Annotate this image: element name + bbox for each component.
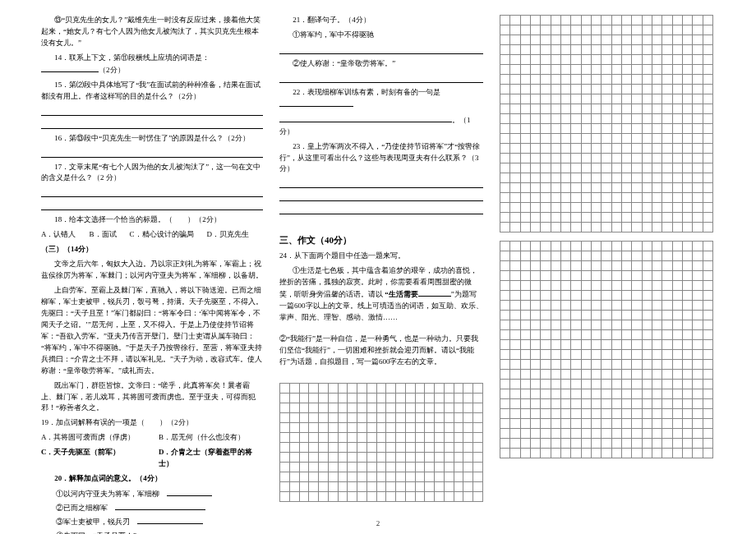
blank-q22a[interactable] xyxy=(279,99,353,107)
column-2: 21．翻译句子。（4分） ①将军约，军中不得驱驰 ②使人称谢：“皇帝敬劳将军。”… xyxy=(279,15,500,518)
q23: 23．皇上劳军两次不得入，“乃使使持节诏将军”才“按辔徐行”，从这里可看出什么？… xyxy=(279,141,483,176)
blank-topic1[interactable] xyxy=(418,288,451,297)
writing-grid-left[interactable] xyxy=(279,383,483,502)
column-3 xyxy=(500,15,713,518)
writing-grid-right-bottom[interactable] xyxy=(500,241,713,458)
passage-2: 上自劳军。至霸上及棘门军，直驰入，将以下骑送迎。已而之细柳军，军士吏被甲，锐兵刃… xyxy=(41,285,263,377)
section-3-label: （三）（14分） xyxy=(41,244,263,255)
answer-lines-q17[interactable] xyxy=(41,187,263,210)
q15: 15．第⑵段中具体地写了“我”在面试前的种种准备，结果在面试都没有用上。作者这样… xyxy=(41,80,263,103)
passage-3: 既出军门，群臣皆惊。文帝曰：“嗟乎，此真将军矣！曩者霸上、棘门军，若儿戏耳，其将… xyxy=(41,380,263,415)
answer-lines-q21a[interactable] xyxy=(279,44,483,54)
q21-2: ②使人称谢：“皇帝敬劳将军。” xyxy=(279,58,483,70)
section-composition-title: 三、作文（40分） xyxy=(279,233,483,247)
q18: 18．给本文选择一个恰当的标题。（ ）（2分） xyxy=(41,214,263,226)
q19-row1: A．其将固可袭而虏（俘虏） B．居无何（什么也没有） xyxy=(41,432,263,444)
q19: 19．加点词解释有误的一项是（ ）（2分） xyxy=(41,417,263,429)
topic-1: ①生活是七色板，其中蕴含着追梦的艰辛，成功的喜悦，挫折的苦痛，孤独的寂寞。此时，… xyxy=(279,265,483,324)
q21-1: ①将军约，军中不得驱驰 xyxy=(279,30,483,41)
answer-lines-q16[interactable] xyxy=(41,148,263,158)
answer-lines-q23[interactable] xyxy=(279,178,483,214)
para-13: ⑬“贝克先生的女儿？”戴维先生一时没有反应过来，接着他大笑起来，“她女儿？有七个… xyxy=(41,15,263,49)
q22: 22．表现细柳军训练有素，时刻有备的一句是 xyxy=(279,87,483,111)
q20-3: ③军士吏被甲，锐兵刃 xyxy=(41,516,263,528)
q19-row2: C．天子先驱至（前军） D．介胄之士（穿着盔甲的将士） xyxy=(41,447,263,470)
q14: 14．联系上下文，第⑪段横线上应填的词语是：（2分） xyxy=(41,53,263,76)
q20-1: ①以河内守亚夫为将军，军细柳 xyxy=(41,488,263,500)
q16: 16．第⑬段中“贝克先生一时愣住了”的原因是什么？（2分） xyxy=(41,133,263,145)
answer-lines-q21b[interactable] xyxy=(279,73,483,83)
blank-q14[interactable] xyxy=(41,64,99,72)
q18-options: A．认错人 B．面试 C．精心设计的骗局 D．贝克先生 xyxy=(41,229,263,241)
topic-2: ②“我能行”是一种自信，是一种勇气，也是一种动力。只要我们坚信“我能行”，一切困… xyxy=(279,334,483,368)
writing-grid-right-top[interactable] xyxy=(500,15,713,232)
blank-q22b[interactable] xyxy=(279,114,452,122)
q21: 21．翻译句子。（4分） xyxy=(279,15,483,26)
column-1: ⑬“贝克先生的女儿？”戴维先生一时没有反应过来，接着他大笑起来，“她女儿？有七个… xyxy=(41,15,279,518)
answer-lines-q15[interactable] xyxy=(41,106,263,129)
q20-2: ②已而之细柳军 xyxy=(41,502,263,514)
q24: 24．从下面两个题目中任选一题来写。 xyxy=(279,251,483,262)
q20-4: ④先驱曰：“天子且至！” xyxy=(41,530,263,534)
q17: 17．文章末尾“有七个人因为他的女儿被淘汰了”，这一句在文中的含义是什么？（2 … xyxy=(41,162,263,185)
passage-1: 文帝之后六年，匈奴大入边。乃以宗正刘礼为将军，军霸上；祝兹侯徐厉为将军，军棘门；… xyxy=(41,259,263,282)
q20: 20．解释加点词的意义。（4分） xyxy=(41,473,263,485)
